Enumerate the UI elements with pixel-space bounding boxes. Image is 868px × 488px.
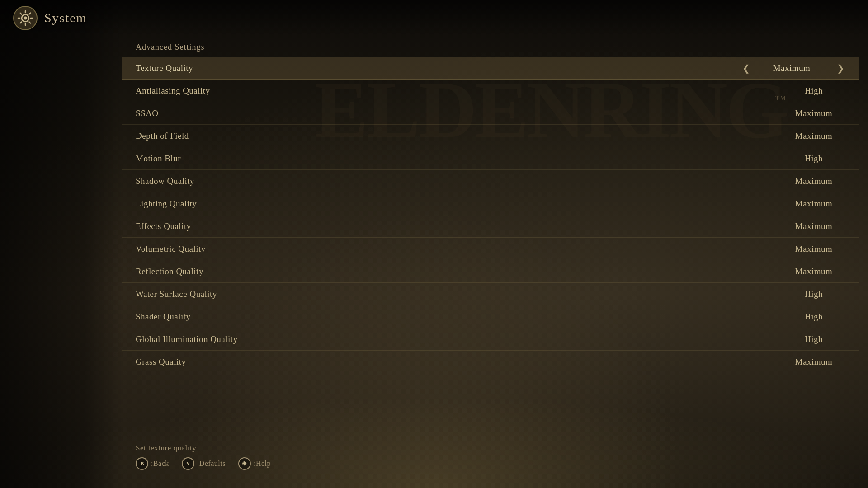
main-content: Advanced Settings Texture Quality❮Maximu… (122, 36, 868, 488)
bottom-bar: Set texture quality B:BackY:Defaults⊕:He… (122, 444, 868, 470)
hint-text: Set texture quality (136, 444, 854, 453)
setting-value: Maximum (778, 357, 850, 367)
setting-name: Reflection Quality (136, 267, 778, 277)
setting-name: Antialiasing Quality (136, 86, 778, 96)
page-title: System (44, 11, 87, 25)
setting-value: Maximum (778, 199, 850, 209)
setting-row[interactable]: Reflection QualityMaximum (122, 260, 859, 283)
setting-value: High (778, 312, 850, 322)
control-label: :Help (254, 460, 271, 468)
section-divider (136, 56, 859, 56)
setting-row[interactable]: Motion BlurHigh (122, 147, 859, 170)
left-panel (0, 0, 122, 488)
controls-row: B:BackY:Defaults⊕:Help (136, 457, 854, 470)
header: System (0, 0, 868, 36)
settings-list: Texture Quality❮Maximum❯Antialiasing Qua… (122, 57, 868, 373)
setting-row[interactable]: Antialiasing QualityHigh (122, 80, 859, 102)
setting-value: Maximum (778, 176, 850, 186)
setting-row[interactable]: Depth of FieldMaximum (122, 125, 859, 147)
left-arrow-icon[interactable]: ❮ (737, 63, 755, 74)
setting-row[interactable]: SSAOMaximum (122, 102, 859, 125)
setting-value: Maximum (778, 244, 850, 254)
setting-row[interactable]: Lighting QualityMaximum (122, 192, 859, 215)
setting-value: Maximum (755, 63, 828, 73)
control-button-b[interactable]: B (136, 457, 148, 470)
setting-row[interactable]: Texture Quality❮Maximum❯ (122, 57, 859, 80)
right-arrow-icon[interactable]: ❯ (831, 63, 850, 74)
setting-name: SSAO (136, 108, 778, 118)
setting-row[interactable]: Effects QualityMaximum (122, 215, 859, 238)
control-item: Y:Defaults (182, 457, 226, 470)
setting-row[interactable]: Volumetric QualityMaximum (122, 238, 859, 260)
setting-row[interactable]: Shadow QualityMaximum (122, 170, 859, 192)
setting-value: High (778, 334, 850, 344)
control-label: :Back (151, 460, 169, 468)
setting-row[interactable]: Global Illumination QualityHigh (122, 328, 859, 351)
setting-value: Maximum (778, 131, 850, 141)
setting-value: High (778, 86, 850, 96)
control-label: :Defaults (197, 460, 226, 468)
setting-name: Shader Quality (136, 312, 778, 322)
control-item: B:Back (136, 457, 169, 470)
setting-value: Maximum (778, 267, 850, 277)
setting-name: Shadow Quality (136, 176, 778, 186)
setting-value: High (778, 289, 850, 299)
section-title: Advanced Settings (122, 36, 868, 56)
setting-name: Lighting Quality (136, 199, 778, 209)
setting-name: Motion Blur (136, 154, 778, 164)
setting-row[interactable]: Grass QualityMaximum (122, 351, 859, 373)
setting-name: Texture Quality (136, 63, 719, 73)
control-item: ⊕:Help (238, 457, 271, 470)
setting-name: Depth of Field (136, 131, 778, 141)
control-button-⊕[interactable]: ⊕ (238, 457, 251, 470)
control-button-y[interactable]: Y (182, 457, 194, 470)
setting-row[interactable]: Water Surface QualityHigh (122, 283, 859, 305)
setting-value: Maximum (778, 108, 850, 118)
setting-value: High (778, 154, 850, 164)
setting-name: Grass Quality (136, 357, 778, 367)
svg-point-10 (24, 17, 27, 20)
setting-name: Effects Quality (136, 221, 778, 231)
gear-icon (13, 5, 38, 31)
setting-name: Water Surface Quality (136, 289, 778, 299)
setting-value: Maximum (778, 221, 850, 231)
setting-row[interactable]: Shader QualityHigh (122, 305, 859, 328)
setting-name: Volumetric Quality (136, 244, 778, 254)
setting-name: Global Illumination Quality (136, 334, 778, 344)
